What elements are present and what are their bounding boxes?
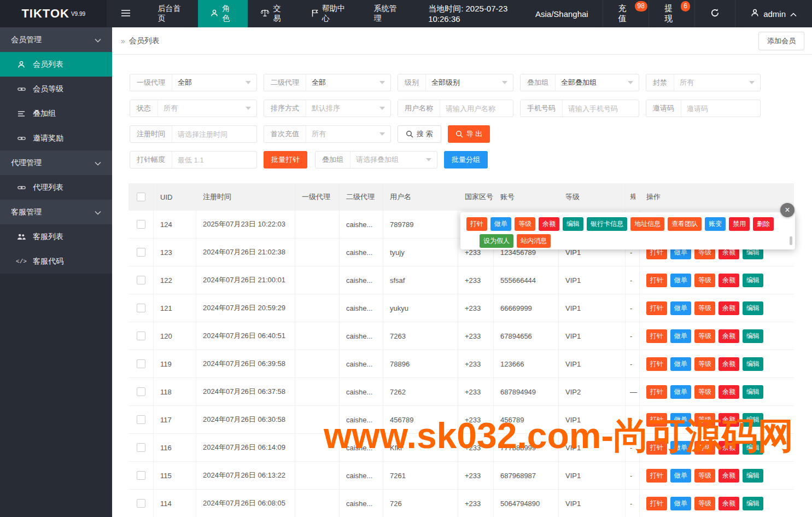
edit-button[interactable]: 编辑: [743, 413, 763, 427]
export-button[interactable]: 导 出: [448, 125, 490, 143]
row-checkbox[interactable]: [137, 471, 145, 480]
filter-level-select[interactable]: 级别 全部级别: [398, 74, 513, 91]
set-fake-user-button[interactable]: 设为假人: [480, 234, 513, 248]
register-time-input[interactable]: [172, 130, 256, 138]
edit-button[interactable]: 编辑: [743, 357, 763, 371]
sidebar-item-invite-reward[interactable]: 邀请奖励: [0, 126, 112, 150]
inject-button[interactable]: 打针: [646, 329, 667, 343]
level-button[interactable]: 等级: [694, 385, 715, 399]
level-button[interactable]: 等级: [694, 441, 715, 455]
level-button[interactable]: 等级: [694, 497, 715, 510]
make-order-button[interactable]: 做单: [670, 441, 691, 455]
disable-button[interactable]: 禁用: [729, 217, 750, 231]
balance-button[interactable]: 余额: [718, 413, 739, 427]
row-checkbox[interactable]: [137, 443, 145, 452]
filter-sort-select[interactable]: 排序方式 默认排序: [264, 100, 391, 117]
make-order-button[interactable]: 做单: [670, 301, 691, 315]
row-checkbox[interactable]: [137, 332, 145, 340]
sidebar-group-service[interactable]: 客服管理: [0, 200, 112, 224]
row-checkbox[interactable]: [137, 276, 145, 284]
make-order-button[interactable]: 做单: [670, 329, 691, 343]
recharge-button[interactable]: 充值 98: [603, 0, 649, 27]
inject-button[interactable]: 打针: [646, 441, 667, 455]
phone-input[interactable]: [563, 104, 639, 113]
edit-button[interactable]: 编辑: [743, 441, 763, 455]
popup-close-button[interactable]: ×: [780, 203, 795, 217]
inject-button[interactable]: 打针: [646, 497, 667, 510]
account-change-button[interactable]: 账变: [705, 217, 726, 231]
edit-button[interactable]: 编辑: [743, 385, 763, 399]
sidebar-item-stack-group[interactable]: 叠加组: [0, 101, 112, 126]
delete-button[interactable]: 删除: [753, 217, 774, 231]
nav-item-home[interactable]: 后台首页: [145, 0, 198, 27]
batch-group-button[interactable]: 批量分组: [444, 151, 488, 169]
level-button[interactable]: 等级: [694, 274, 715, 287]
edit-button[interactable]: 编辑: [743, 329, 763, 343]
needle-range-input[interactable]: [172, 156, 256, 164]
make-order-button[interactable]: 做单: [670, 413, 691, 427]
balance-button[interactable]: 余额: [718, 357, 739, 371]
filter-status-select[interactable]: 状态 所有: [130, 100, 257, 117]
filter-ban-select[interactable]: 封禁 所有: [646, 74, 761, 91]
make-order-button[interactable]: 做单: [670, 274, 691, 287]
invite-code-input[interactable]: [681, 104, 760, 113]
nav-item-help[interactable]: 帮助中心: [299, 0, 361, 27]
add-member-button[interactable]: 添加会员: [758, 32, 804, 50]
sidebar-item-service-list[interactable]: 客服列表: [0, 224, 112, 249]
make-order-button[interactable]: 做单: [490, 217, 511, 231]
admin-menu[interactable]: admin: [735, 0, 812, 27]
inject-button[interactable]: 打针: [646, 357, 667, 371]
inject-button[interactable]: 打针: [646, 301, 667, 315]
sidebar-item-member-list[interactable]: 会员列表: [0, 52, 112, 77]
inject-button[interactable]: 打针: [646, 413, 667, 427]
sidebar-item-service-code[interactable]: </> 客服代码: [0, 249, 112, 274]
row-checkbox[interactable]: [137, 415, 145, 424]
view-team-button[interactable]: 查看团队: [668, 217, 702, 231]
filter-agent2-select[interactable]: 二级代理 全部: [264, 74, 391, 91]
balance-button[interactable]: 余额: [718, 274, 739, 287]
level-button[interactable]: 等级: [694, 413, 715, 427]
make-order-button[interactable]: 做单: [670, 497, 691, 510]
sidebar-group-agent[interactable]: 代理管理: [0, 150, 112, 175]
search-button[interactable]: 搜 索: [398, 125, 441, 143]
level-button[interactable]: 等级: [694, 301, 715, 315]
filter-stack-group-select[interactable]: 叠加组 全部叠加组: [520, 74, 639, 91]
level-button[interactable]: 等级: [515, 217, 535, 231]
balance-button[interactable]: 余额: [718, 469, 739, 483]
make-order-button[interactable]: 做单: [670, 385, 691, 399]
row-checkbox[interactable]: [137, 304, 145, 312]
row-checkbox[interactable]: [137, 499, 145, 508]
site-message-button[interactable]: 站内消息: [517, 234, 551, 248]
withdraw-button[interactable]: 提现 6: [649, 0, 694, 27]
sidebar-item-agent-list[interactable]: 代理列表: [0, 175, 112, 200]
refresh-button[interactable]: [694, 0, 735, 27]
make-order-button[interactable]: 做单: [670, 357, 691, 371]
batch-stack-group-select[interactable]: 叠加组 请选择叠加组: [315, 151, 437, 169]
inject-button[interactable]: 打针: [646, 274, 667, 287]
make-order-button[interactable]: 做单: [670, 469, 691, 483]
edit-button[interactable]: 编辑: [743, 469, 763, 483]
balance-button[interactable]: 余额: [718, 329, 739, 343]
edit-button[interactable]: 编辑: [743, 301, 763, 315]
edit-button[interactable]: 编辑: [743, 497, 763, 510]
row-checkbox[interactable]: [137, 220, 145, 229]
bank-card-info-button[interactable]: 银行卡信息: [587, 217, 627, 231]
balance-button[interactable]: 余额: [718, 385, 739, 399]
level-button[interactable]: 等级: [694, 357, 715, 371]
nav-item-trade[interactable]: 交易: [248, 0, 299, 27]
username-input[interactable]: [440, 104, 513, 113]
balance-button[interactable]: 余额: [718, 301, 739, 315]
inject-button[interactable]: 打针: [646, 469, 667, 483]
select-all-checkbox[interactable]: [137, 193, 145, 201]
edit-button[interactable]: 编辑: [563, 217, 583, 231]
address-info-button[interactable]: 地址信息: [630, 217, 664, 231]
row-checkbox[interactable]: [137, 359, 145, 368]
inject-button[interactable]: 打针: [646, 385, 667, 399]
edit-button[interactable]: 编辑: [743, 274, 763, 287]
sidebar-group-member[interactable]: 会员管理: [0, 27, 112, 52]
popup-scrollbar[interactable]: [790, 236, 792, 245]
balance-button[interactable]: 余额: [718, 497, 739, 510]
row-checkbox[interactable]: [137, 387, 145, 396]
filter-first-charge-select[interactable]: 首次充值 所有: [264, 125, 391, 143]
inject-button[interactable]: 打针: [466, 217, 487, 231]
